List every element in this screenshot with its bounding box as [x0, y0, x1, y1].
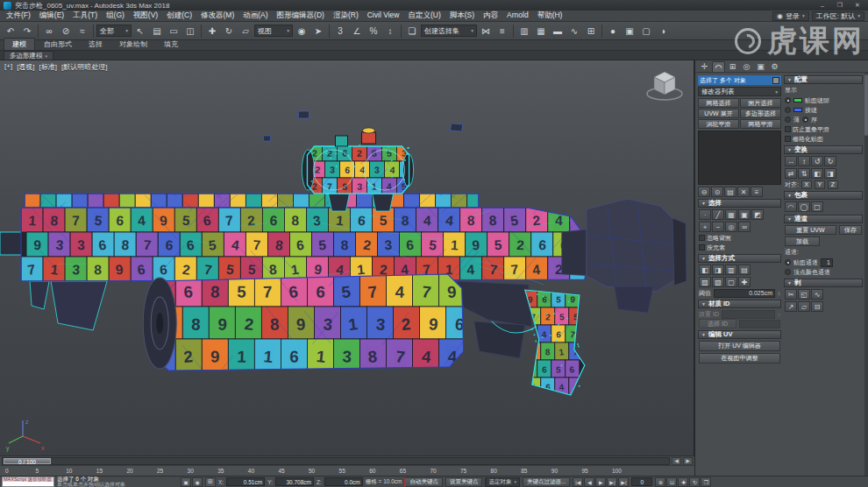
timeline-tick[interactable]: 70	[430, 468, 436, 474]
select-id-button[interactable]: 选择 ID	[699, 319, 736, 328]
window-crossing-icon[interactable]: ◫	[182, 24, 198, 39]
unlink-selection-icon[interactable]: ⊘	[58, 24, 74, 39]
ribbon-tab-对象绘制[interactable]: 对象绘制	[111, 39, 155, 50]
shrink-selection-icon[interactable]: −	[712, 222, 724, 232]
spinner-icon[interactable]: ↕	[778, 291, 780, 296]
ignore-backfacing-checkbox[interactable]: 忽略背面	[699, 234, 780, 242]
select-by-material-icon[interactable]: ▤	[738, 265, 751, 275]
viewport-menu-general[interactable]: [+]	[4, 62, 12, 72]
show-end-result-icon[interactable]: ⊙	[711, 187, 723, 197]
modifier-button-网格选择[interactable]: 网格选择	[698, 98, 739, 108]
tweak-in-view-button[interactable]: 在视图中调整	[699, 353, 780, 363]
menu-视图V[interactable]: 视图(V)	[129, 11, 162, 21]
panel-scrollbar[interactable]	[864, 73, 868, 476]
thin-radio[interactable]	[785, 116, 791, 123]
pan-icon[interactable]: ✚	[678, 477, 688, 487]
ribbon-tab-建模[interactable]: 建模	[4, 38, 35, 50]
transform-rollout-header[interactable]: ▼ 变换	[784, 145, 863, 154]
next-key-icon[interactable]: ▶	[683, 457, 693, 465]
align-icon[interactable]: ≡	[494, 24, 510, 39]
select-and-rotate-icon[interactable]: ↻	[221, 24, 237, 39]
open-uv-editor-button[interactable]: 打开 UV 编辑器	[699, 341, 780, 351]
map-seams-option[interactable]: 贴图缝隙	[785, 96, 862, 104]
listener-white-row[interactable]	[3, 482, 53, 486]
object-color-swatch[interactable]	[772, 77, 779, 84]
timeline-tick[interactable]: 90	[551, 468, 558, 474]
viewport-menu-pov[interactable]: [透视]	[17, 62, 34, 72]
modifier-list-dropdown[interactable]: 修改器列表 ▾	[698, 87, 781, 96]
ribbon-tab-自由形式[interactable]: 自由形式	[36, 39, 80, 50]
map-channel-field[interactable]: 1	[821, 258, 833, 267]
rotate-ccw-icon[interactable]: ↺	[811, 156, 823, 166]
grow-selection-icon[interactable]: +	[699, 222, 711, 232]
timeline-tick[interactable]: 5	[36, 468, 39, 474]
wrap-cylinder-icon[interactable]: ◠	[785, 201, 797, 212]
select-by-rollout-header[interactable]: ▼ 选择方式	[698, 254, 781, 263]
timeline-tick[interactable]: 50	[309, 468, 315, 474]
select-and-manipulate-icon[interactable]: ➤	[310, 24, 326, 39]
snaps-toggle-icon[interactable]: 3	[332, 24, 348, 39]
seam-from-selection-icon[interactable]: ▱	[798, 301, 810, 312]
key-filters-button[interactable]: 关键点过滤器...	[523, 477, 570, 487]
ribbon-tab-填充[interactable]: 填充	[156, 39, 186, 50]
display-tab[interactable]: ▣	[754, 61, 767, 72]
rendered-frame-window-icon[interactable]: ▢	[638, 24, 654, 39]
coordinate-y-field[interactable]: 30.708cm	[275, 477, 314, 486]
modifier-button-涡轮平滑[interactable]: 涡轮平滑	[698, 119, 739, 129]
menu-编辑E[interactable]: 编辑(E)	[35, 11, 68, 21]
ring-selection-icon[interactable]: ◎	[725, 222, 737, 232]
maximize-button[interactable]: ❐	[833, 2, 847, 9]
timeline-tick[interactable]: 80	[491, 468, 497, 474]
select-by-planar-icon[interactable]: ◧	[699, 265, 711, 275]
timeline-tick[interactable]: 55	[339, 468, 345, 474]
load-uvw-button[interactable]: 加载	[785, 236, 820, 246]
map-seams-color-swatch[interactable]	[793, 98, 802, 102]
isolate-selection-icon[interactable]: ▣	[181, 477, 191, 487]
timeline-tick[interactable]: 0	[5, 468, 9, 474]
coordinate-z-field[interactable]: 0.0cm	[324, 477, 363, 486]
timeline-tick[interactable]: 75	[460, 468, 466, 474]
set-id-field[interactable]	[722, 310, 775, 319]
minimize-button[interactable]: –	[815, 3, 829, 9]
map-channel-option[interactable]: 贴图通道 1	[785, 258, 862, 266]
make-unique-icon[interactable]: ▤	[724, 187, 736, 197]
save-uvw-button[interactable]: 保存	[839, 225, 862, 235]
angle-snap-toggle-icon[interactable]: ∠	[349, 24, 365, 39]
modifier-button-网格平滑[interactable]: 网格平滑	[740, 119, 781, 129]
align-z-button[interactable]: Z	[828, 180, 838, 189]
go-to-start-icon[interactable]: |◀	[573, 477, 583, 487]
object-name-field[interactable]: 选择了 多个 对象	[698, 75, 781, 85]
ribbon-toggle-icon[interactable]: ▬	[550, 24, 566, 39]
view-cube[interactable]	[644, 65, 685, 103]
select-by-smoothing-group-icon[interactable]: ▥	[725, 265, 737, 275]
zoom-icon[interactable]: ⊕	[655, 477, 665, 487]
current-frame-field[interactable]: 0	[631, 477, 652, 486]
menu-组G[interactable]: 组(G)	[102, 11, 129, 21]
move-horizontal-icon[interactable]: ↔	[785, 156, 797, 166]
select-by-element-checkbox[interactable]: 按元素	[699, 244, 780, 251]
previous-frame-icon[interactable]: ◀	[584, 477, 594, 487]
vertex-sub-object-icon[interactable]: ∙	[699, 209, 711, 220]
sign-in-button[interactable]: ◉ 登录 ▾	[772, 11, 809, 21]
reference-coordinate-combo[interactable]: 视图▾	[254, 25, 293, 37]
select-by-pelt-icon[interactable]: ▧	[712, 277, 724, 287]
flip-horizontal-icon[interactable]: ⇄	[785, 168, 797, 179]
select-by-rect-icon[interactable]: ▢	[725, 277, 737, 287]
timeline-tick[interactable]: 30	[188, 468, 194, 474]
curve-editor-icon[interactable]: ∿	[566, 24, 582, 39]
remove-modifier-icon[interactable]: ✕	[737, 187, 750, 197]
play-icon[interactable]: ▶	[595, 477, 606, 487]
select-object-icon[interactable]: ↖	[132, 24, 148, 39]
use-pivot-point-center-icon[interactable]: ◉	[294, 24, 309, 39]
undo-icon[interactable]: ↶	[3, 24, 18, 39]
select-by-name-icon[interactable]: ▤	[149, 24, 165, 39]
selection-lock-icon[interactable]: ◉	[192, 477, 203, 487]
timeline-tick[interactable]: 45	[278, 468, 284, 474]
maximize-viewport-icon[interactable]: ❒	[701, 477, 711, 487]
time-slider-track[interactable]: 0 / 100	[2, 457, 670, 465]
maxscript-mini-listener[interactable]: MAXScript 迷你侦听器	[2, 476, 54, 487]
flip-vertical-icon[interactable]: ⇅	[798, 168, 810, 179]
menu-文件F[interactable]: 文件(F)	[2, 11, 35, 21]
planar-threshold-icon[interactable]: ◩	[751, 209, 764, 220]
viewport-menu-standard[interactable]: [标准]	[39, 62, 57, 72]
